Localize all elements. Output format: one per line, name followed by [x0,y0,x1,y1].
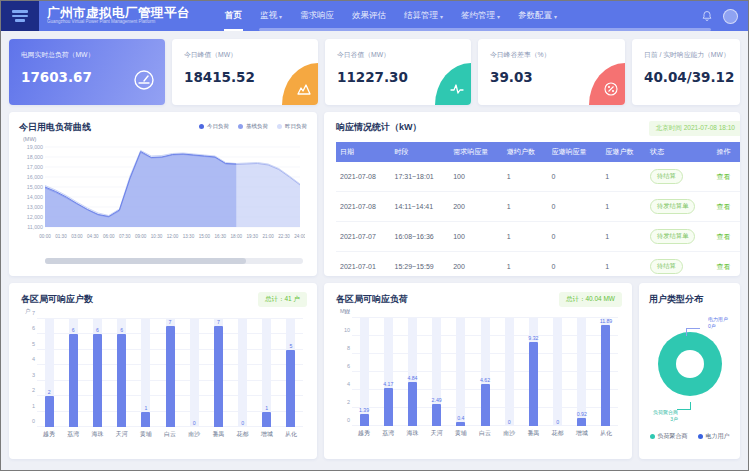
notification-bell-icon[interactable] [701,10,713,22]
load-curve-chart: 19,00018,00017,00016,00015,00014,00013,0… [19,142,305,252]
y-tick-label: 0 [23,418,35,424]
y-tick-label: 4 [23,356,35,362]
table-row: 2021-07-0814:11~14:41200101待发结算单查看 [336,192,740,222]
bar-track [141,319,150,427]
bar [529,342,538,426]
top-navbar: 广州市虚拟电厂管理平台 Guangzhou Virtual Power Plan… [1,1,748,31]
bar-track [190,319,199,427]
table-row: 2021-07-0115:29~15:59200101待结算查看 [336,252,740,277]
svg-text:14,000: 14,000 [27,194,43,200]
datazoom-slider[interactable] [45,258,303,264]
table-cell: 0 [548,222,602,252]
nav-scrollbar[interactable] [259,28,711,31]
view-link[interactable]: 查看 [717,203,731,210]
kpi-row: 电网实时总负荷（MW） 17603.67 今日峰值（MW） 18415.52 今… [9,39,740,105]
legend-item-today[interactable]: 今日负荷 [199,123,229,130]
y-tick-label: 4 [338,381,350,387]
status-badge: 待结算 [650,259,683,274]
bar-column: 0 [231,319,255,427]
svg-text:19:30: 19:30 [246,234,258,239]
kpi-title: 今日峰谷差率（%） [490,50,613,60]
nav-item-label: 结算管理 [404,10,438,22]
user-type-legend: 负荷聚合商 电力用户 [649,432,730,441]
bar [117,334,126,427]
bar-value-label: 6 [120,327,123,333]
bar-column: 1 [255,319,279,427]
legend-item-power-user[interactable]: 电力用户 [698,432,730,441]
bar-value-label: 0 [241,420,244,426]
bar [360,414,369,427]
legend-item-baseline[interactable]: 基线负荷 [238,123,268,130]
table-cell: 0 [548,192,602,222]
legend-item-yesterday[interactable]: 昨日负荷 [277,123,307,130]
brand: 广州市虚拟电厂管理平台 Guangzhou Virtual Power Plan… [47,7,190,26]
bar-value-label: 4.84 [407,375,417,381]
nav-item-contract[interactable]: 签约管理▾ [452,1,509,31]
y-tick-label: 10 [338,327,350,333]
table-cell-status: 待发结算单 [646,192,713,222]
y-axis-unit: 户 [25,308,307,315]
svg-text:12,000: 12,000 [27,214,43,220]
table-cell-action: 查看 [713,252,740,277]
nav-item-parameters[interactable]: 参数配置▾ [509,1,566,31]
total-users-badge: 总计：41 户 [258,292,307,307]
bar [214,326,223,427]
user-avatar[interactable] [723,9,738,24]
svg-text:06:00: 06:00 [103,234,115,239]
bar-column: 0 [182,319,206,427]
table-cell: 100 [449,222,503,252]
table-cell-action: 查看 [713,162,740,192]
legend-dot [698,434,703,439]
nav-item-demand-response[interactable]: 需求响应 [291,1,343,31]
table-cell: 1 [503,252,548,277]
legend-dot [277,124,282,129]
bar [45,396,54,427]
x-tick-label: 越秀 [37,430,61,439]
x-tick-label: 番禺 [521,429,545,438]
app-logo-icon [1,1,39,31]
datazoom-handle[interactable] [45,258,246,264]
svg-text:11,000: 11,000 [27,224,43,230]
x-tick-label: 白云 [158,430,182,439]
table-cell-action: 查看 [713,222,740,252]
bar [384,388,393,426]
bar-column: 4.62 [473,318,497,426]
nav-item-home[interactable]: 首页 [216,1,251,31]
svg-text:22:30: 22:30 [278,234,290,239]
table-header-cell: 状态 [646,142,713,162]
bar-value-label: 7 [217,319,220,325]
bar [141,412,150,427]
bar-value-label: 6 [72,327,75,333]
kpi-card-peak-valley-rate: 今日峰谷差率（%） 39.03 [478,39,625,105]
bar [286,350,295,427]
bar-value-label: 6 [96,327,99,333]
kpi-title: 今日峰值（MW） [184,50,306,60]
load-curve-legend: 今日负荷 基线负荷 昨日负荷 [199,123,307,130]
y-tick-label: 3 [23,372,35,378]
table-cell: 2021-07-07 [336,222,391,252]
table-cell: 15:29~15:59 [391,252,450,277]
bar-column: 6 [85,319,109,427]
legend-dot [238,124,243,129]
view-link[interactable]: 查看 [717,233,731,240]
nav-item-monitor[interactable]: 监视▾ [251,1,291,31]
bar [69,334,78,427]
svg-text:15,000: 15,000 [27,184,43,190]
nav-item-effect-evaluation[interactable]: 效果评估 [343,1,395,31]
y-axis-unit: MW [340,308,622,314]
table-header-cell: 应邀响应量 [548,142,602,162]
view-link[interactable]: 查看 [717,173,731,180]
table-cell-status: 待结算 [646,252,713,277]
view-link[interactable]: 查看 [717,263,731,270]
bar-value-label: 4.17 [383,381,393,387]
x-tick-label: 荔湾 [61,430,85,439]
table-cell: 1 [503,222,548,252]
nav-item-settlement[interactable]: 结算管理▾ [395,1,452,31]
legend-item-aggregator[interactable]: 负荷聚合商 [650,432,688,441]
bar [93,334,102,427]
nav-item-label: 监视 [260,10,277,22]
table-cell: 0 [548,162,602,192]
table-cell: 0 [548,252,602,277]
y-tick-label: 6 [23,325,35,331]
bar [481,384,490,426]
